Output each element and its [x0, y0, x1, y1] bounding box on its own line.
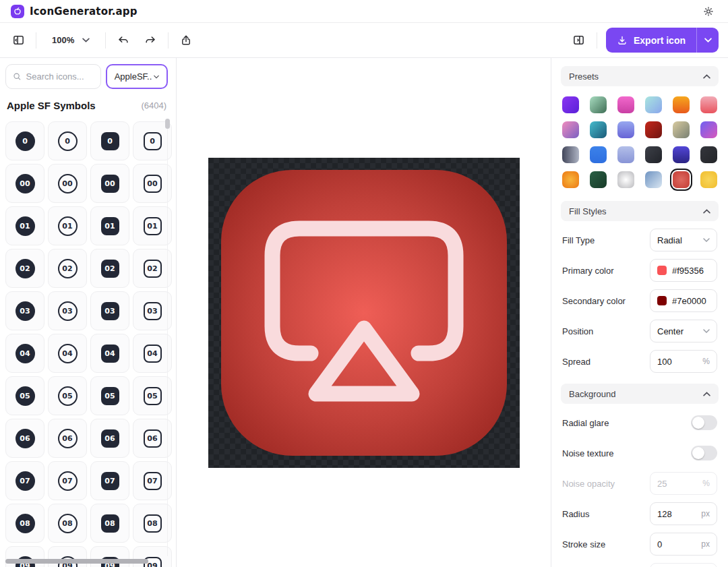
preset-swatch-15[interactable] [617, 146, 634, 163]
icon-tile-04-circle-outline[interactable]: 04 [48, 334, 87, 373]
library-select[interactable]: AppleSF.. [106, 64, 168, 89]
icon-tile-03-square-fill[interactable]: 03 [90, 291, 129, 330]
icon-tile-01-circle-outline[interactable]: 01 [48, 206, 87, 245]
icon-tile-07-circle-outline[interactable]: 07 [48, 461, 87, 500]
radial-glare-toggle[interactable] [691, 415, 717, 430]
preset-swatch-4[interactable] [645, 96, 662, 113]
preset-swatch-11[interactable] [673, 121, 690, 138]
icon-tile-06-square-fill[interactable]: 06 [90, 419, 129, 458]
preset-swatch-17[interactable] [673, 146, 690, 163]
preset-swatch-23[interactable] [673, 171, 690, 188]
icon-tile-05-square-fill[interactable]: 05 [90, 376, 129, 415]
icon-tile-04-circle-fill[interactable]: 04 [5, 334, 44, 373]
preset-swatch-8[interactable] [590, 121, 607, 138]
icon-tile-04-square-fill[interactable]: 04 [90, 334, 129, 373]
icon-tile-06-square-outline[interactable]: 06 [133, 419, 172, 458]
export-options-button[interactable] [696, 28, 719, 53]
icon-tile-06-circle-fill[interactable]: 06 [5, 419, 44, 458]
icon-tile-02-square-outline[interactable]: 02 [133, 249, 172, 288]
icon-tile-0-circle-fill[interactable]: 0 [5, 121, 44, 160]
theme-toggle-button[interactable] [700, 3, 717, 20]
icon-tile-00-circle-fill[interactable]: 00 [5, 164, 44, 203]
undo-button[interactable] [115, 32, 132, 49]
icon-library-sidebar: AppleSF.. Apple SF Symbols (6404) 000000… [0, 58, 177, 567]
icon-tile-08-square-fill[interactable]: 08 [90, 504, 129, 543]
preset-swatch-22[interactable] [645, 171, 662, 188]
icon-tile-04-square-outline[interactable]: 04 [133, 334, 172, 373]
zoom-control[interactable]: 100% [45, 35, 96, 45]
icon-tile-02-circle-fill[interactable]: 02 [5, 249, 44, 288]
preset-swatch-16[interactable] [645, 146, 662, 163]
preset-swatch-5[interactable] [673, 96, 690, 113]
icon-tile-06-circle-outline[interactable]: 06 [48, 419, 87, 458]
icon-tile-08-circle-outline[interactable]: 08 [48, 504, 87, 543]
icon-tile-03-circle-fill[interactable]: 03 [5, 291, 44, 330]
preset-swatch-19[interactable] [562, 171, 579, 188]
presets-section-header[interactable]: Presets [561, 66, 719, 86]
icon-tile-03-circle-outline[interactable]: 03 [48, 291, 87, 330]
icon-tile-09-circle-outline[interactable]: 09 [48, 546, 87, 567]
horizontal-scrollbar[interactable] [5, 559, 148, 564]
primary-color-swatch[interactable] [657, 266, 667, 275]
position-select[interactable]: Center [650, 320, 717, 342]
background-section-header[interactable]: Background [561, 384, 719, 404]
icon-tile-01-circle-fill[interactable]: 01 [5, 206, 44, 245]
search-input[interactable] [26, 71, 94, 82]
radius-input[interactable]: 128 px [650, 502, 717, 525]
icon-tile-08-square-outline[interactable]: 08 [133, 504, 172, 543]
square-outline-glyph: 06 [144, 429, 162, 448]
upload-button[interactable] [177, 32, 195, 49]
generated-icon-preview[interactable] [221, 170, 507, 456]
icon-tile-00-square-fill[interactable]: 00 [90, 164, 129, 203]
fill-type-select[interactable]: Radial [650, 229, 717, 251]
icon-tile-00-square-outline[interactable]: 00 [133, 164, 172, 203]
icon-tile-02-circle-outline[interactable]: 02 [48, 249, 87, 288]
icon-tile-01-square-fill[interactable]: 01 [90, 206, 129, 245]
preset-swatch-6[interactable] [700, 96, 717, 113]
preset-swatch-9[interactable] [617, 121, 634, 138]
icon-tile-05-square-outline[interactable]: 05 [133, 376, 172, 415]
stroke-size-input[interactable]: 0 px [650, 533, 717, 556]
preset-swatch-7[interactable] [562, 121, 579, 138]
primary-color-input[interactable]: #f95356 [650, 259, 717, 282]
secondary-color-swatch[interactable] [657, 296, 667, 305]
preset-swatch-10[interactable] [645, 121, 662, 138]
icon-tile-05-circle-fill[interactable]: 05 [5, 376, 44, 415]
icon-tile-08-circle-fill[interactable]: 08 [5, 504, 44, 543]
export-split-button: Export icon [606, 28, 719, 53]
preset-swatch-24[interactable] [700, 171, 717, 188]
preset-swatch-18[interactable] [700, 146, 717, 163]
toggle-right-panel-button[interactable] [570, 32, 588, 49]
icon-tile-0-square-fill[interactable]: 0 [90, 121, 129, 160]
redo-button[interactable] [142, 32, 159, 49]
icon-tile-03-square-outline[interactable]: 03 [133, 291, 172, 330]
preset-swatch-20[interactable] [590, 171, 607, 188]
preset-swatch-21[interactable] [617, 171, 634, 188]
secondary-color-input[interactable]: #7e0000 [650, 289, 717, 312]
icon-tile-09-square-fill[interactable]: 09 [90, 546, 129, 567]
icon-tile-02-square-fill[interactable]: 02 [90, 249, 129, 288]
preset-swatch-13[interactable] [562, 146, 579, 163]
preset-swatch-2[interactable] [590, 96, 607, 113]
preset-swatch-1[interactable] [562, 96, 579, 113]
fill-styles-title: Fill Styles [569, 206, 607, 216]
icon-tile-07-circle-fill[interactable]: 07 [5, 461, 44, 500]
icon-tile-07-square-fill[interactable]: 07 [90, 461, 129, 500]
preset-swatch-12[interactable] [700, 121, 717, 138]
spread-unit: % [702, 357, 710, 366]
noise-texture-toggle[interactable] [691, 446, 717, 460]
vertical-scrollbar[interactable] [165, 119, 170, 129]
preset-swatch-3[interactable] [617, 96, 634, 113]
icon-tile-0-circle-outline[interactable]: 0 [48, 121, 87, 160]
icon-tile-01-square-outline[interactable]: 01 [133, 206, 172, 245]
icon-tile-05-circle-outline[interactable]: 05 [48, 376, 87, 415]
export-icon-button[interactable]: Export icon [606, 28, 696, 53]
fill-styles-section-header[interactable]: Fill Styles [561, 201, 719, 221]
icon-tile-07-square-outline[interactable]: 07 [133, 461, 172, 500]
icon-tile-09-square-outline[interactable]: 09 [133, 546, 172, 567]
preset-swatch-14[interactable] [590, 146, 607, 163]
toggle-left-panel-button[interactable] [9, 32, 27, 49]
icon-tile-00-circle-outline[interactable]: 00 [48, 164, 87, 203]
icon-tile-09-circle-fill[interactable]: 09 [5, 546, 44, 567]
spread-input[interactable]: 100 % [650, 350, 717, 373]
